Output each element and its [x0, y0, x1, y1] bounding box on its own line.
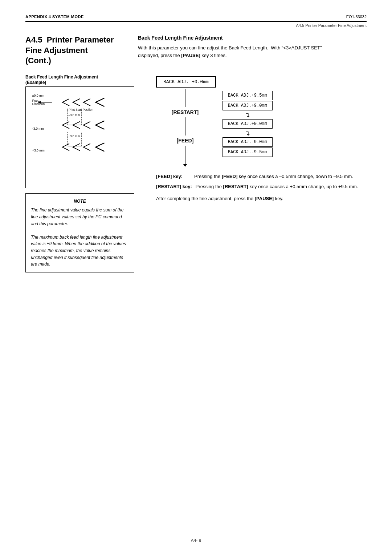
example-label: Back Feed Length Fine Adjustment: [25, 74, 98, 80]
svg-text:−3.0 mm: −3.0 mm: [68, 114, 80, 117]
note-text-2: The maximum back feed length fine adjust…: [31, 234, 129, 268]
top-display-box: BACK ADJ. +0.0mm: [156, 76, 216, 88]
right-column: BACK ADJ. +0.0mm [RESTART] [FEED]: [156, 74, 367, 272]
title-section: A4.5 Printer ParameterFine Adjustment(Co…: [25, 35, 367, 66]
page-number: A4- 9: [191, 538, 201, 543]
intro-text: With this parameter you can fine adjust …: [138, 44, 330, 60]
svg-text:±0.0 mm: ±0.0 mm: [32, 94, 45, 97]
header-doc-number: EO1-33032: [346, 15, 367, 19]
header: APPENDIX 4 SYSTEM MODE EO1-33032: [25, 15, 367, 22]
example-sublabel: (Example): [25, 80, 46, 85]
left-column: Back Feed Length Fine Adjustment (Exampl…: [25, 74, 145, 272]
note-text-1: The fine adjustment value equals the sum…: [31, 207, 129, 227]
side-box-5: BACK ADJ.-9.5mm: [222, 147, 273, 157]
svg-text:+3.0 mm: +3.0 mm: [32, 148, 45, 152]
header-appendix: APPENDIX 4 SYSTEM MODE: [25, 15, 84, 19]
side-box-4: BACK ADJ.-9.0mm: [222, 137, 273, 147]
feed-key-label: [FEED] key:: [156, 173, 191, 181]
svg-text:-3.0 mm: -3.0 mm: [32, 127, 44, 130]
page: APPENDIX 4 SYSTEM MODE EO1-33032 A4.5 Pr…: [0, 0, 392, 554]
restart-key-row: [RESTART] key: Pressing the [RESTART] ke…: [156, 183, 367, 191]
restart-label: [RESTART]: [172, 109, 199, 116]
svg-text:Feed: Feed: [32, 98, 40, 102]
subheader-text: A4.5 Printer Parameter Fine Adjustment: [296, 23, 367, 28]
restart-key-desc: Pressing the [RESTART] key once causes a…: [196, 183, 367, 191]
display-side-boxes: BACK ADJ.+9.5mm BACK ADJ.+9.0mm ↴ BACK A…: [222, 91, 273, 158]
feed-key-desc: Pressing the [FEED] key once causes a –0…: [194, 173, 367, 181]
note-title: NOTE: [31, 198, 129, 205]
side-box-1: BACK ADJ.+9.5mm: [222, 91, 273, 100]
note-box: NOTE The fine adjustment value equals th…: [25, 193, 134, 272]
display-center-col: BACK ADJ. +0.0mm [RESTART] [FEED]: [156, 76, 216, 164]
main-content: Back Feed Length Fine Adjustment (Exampl…: [25, 74, 367, 272]
svg-text:+3.0 mm: +3.0 mm: [68, 135, 80, 138]
display-wrapper: BACK ADJ. +0.0mm [RESTART] [FEED]: [156, 76, 367, 164]
subheader: A4.5 Printer Parameter Fine Adjustment: [25, 23, 367, 28]
after-note: After completing the fine adjustment, pr…: [156, 195, 367, 203]
side-box-2: BACK ADJ.+9.0mm: [222, 101, 273, 110]
page-title: A4.5 Printer ParameterFine Adjustment(Co…: [25, 35, 123, 66]
footer: A4- 9: [0, 538, 392, 543]
restart-key-label: [RESTART] key:: [156, 183, 192, 191]
key-desc-section: [FEED] key: Pressing the [FEED] key once…: [156, 173, 367, 191]
example-diagram: ±0.0 mm Feed Direction: [25, 86, 134, 188]
down-arrow-icon-2: ↴: [222, 130, 273, 137]
side-box-3: BACK ADJ.+0.0mm: [222, 119, 273, 129]
svg-text:Direction: Direction: [32, 102, 45, 106]
feed-key-row: [FEED] key: Pressing the [FEED] key once…: [156, 173, 367, 181]
svg-text:Print Start Position: Print Start Position: [69, 108, 93, 111]
feed-label: [FEED]: [177, 137, 194, 144]
section-heading: Back Feed Length Fine Adjustment: [138, 35, 367, 41]
down-arrow-icon-1: ↴: [222, 112, 273, 118]
